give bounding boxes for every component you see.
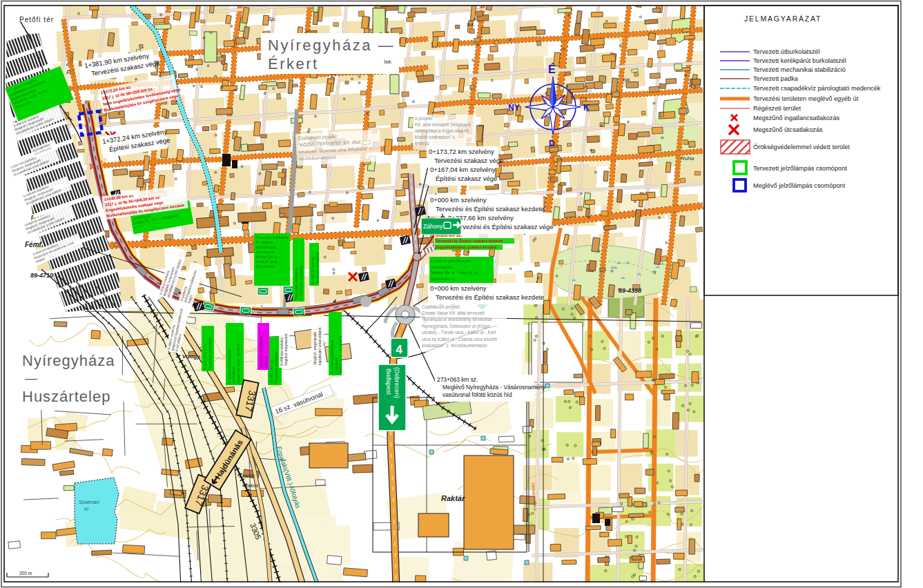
svg-text:0+000 km szelvény: 0+000 km szelvény — [430, 196, 487, 204]
svg-text:273+063 km sz.: 273+063 km sz. — [437, 376, 478, 383]
svg-text:csomópont: csomópont — [231, 366, 235, 384]
svg-text:Tervezett csapadékvíz párologt: Tervezett csapadékvíz párologtató medenc… — [753, 85, 881, 92]
svg-text:Nyíregyháza —: Nyíregyháza — — [268, 37, 395, 54]
svg-text:Tervezett zöldtábla: Tervezett zöldtábla — [274, 351, 278, 384]
svg-text:Záhony: Záhony — [423, 223, 443, 230]
svg-text:csomópont: csomópont — [431, 264, 453, 269]
svg-text:0+498 km szelvény: 0+498 km szelvény — [280, 337, 284, 366]
svg-text:vasútvonal fölötti közúti híd: vasútvonal fölötti közúti híd — [443, 391, 512, 398]
svg-text:közötti szakaszon" c.: közötti szakaszon" c. — [415, 135, 456, 139]
svg-text:Meglévő, megmaradó: Meglévő, megmaradó — [284, 333, 288, 366]
svg-text:Tervezési szakasz vége: Tervezési szakasz vége — [434, 157, 503, 164]
svg-text:Isk.: Isk. — [384, 59, 392, 65]
svg-text:Meglévő, megmaradó: Meglévő, megmaradó — [313, 331, 317, 365]
svg-text:Debreceni u.: Debreceni u. — [431, 276, 456, 281]
svg-text:Nyíregyháza: Nyíregyháza — [22, 352, 115, 369]
svg-text:V. számú jelzőlámpás: V. számú jelzőlámpás — [227, 349, 231, 384]
svg-text:Deák F. utca -: Deák F. utca - — [256, 259, 280, 264]
svg-text:Budapest: Budapest — [385, 369, 392, 395]
svg-text:Tervezési és Építési szakasz k: Tervezési és Építési szakasz kezdete — [436, 238, 503, 243]
svg-text:Tervezett jelzőlámpás csomópon: Tervezett jelzőlámpás csomópont — [753, 165, 847, 172]
svg-text:csomópont: csomópont — [256, 250, 275, 254]
svg-text:55+953 km sz.: 55+953 km sz. — [269, 358, 273, 384]
svg-text:I. számú jelzőlámpás: I. számú jelzőlámpás — [431, 258, 472, 263]
svg-text:89-4710: 89-4710 — [30, 272, 53, 279]
svg-text:JELMAGYARÁZAT: JELMAGYARÁZAT — [744, 14, 822, 23]
svg-text:Nyíregyháza, Debreceni út (Kíg: Nyíregyháza, Debreceni út (Kígyó — [422, 324, 490, 329]
svg-text:0+4-00 km szelvény: 0+4-00 km szelvény — [299, 266, 303, 300]
svg-text:Csatlakozó projekt:: Csatlakozó projekt: — [422, 304, 460, 310]
svg-text:kapubejáró a bal oldalon: kapubejáró a bal oldalon — [318, 327, 322, 365]
svg-text:Építési szakasz vége: Építési szakasz vége — [436, 175, 497, 182]
svg-text:Tervezett zöldtábla: Tervezett zöldtábla — [256, 235, 289, 239]
svg-text:Régészeti terület: Régészeti terület — [753, 105, 801, 112]
svg-text:ó projekt:: ó projekt: — [415, 116, 434, 121]
svg-text:0+000 km szelvény: 0+000 km szelvény — [430, 284, 487, 292]
svg-text:Fémf.: Fémf. — [25, 241, 43, 248]
svg-text:200 m: 200 m — [19, 571, 32, 576]
svg-text:hálózat: hálózat — [264, 356, 268, 368]
svg-text:szakaszon" c. tervdokumentáció: szakaszon" c. tervdokumentáció — [422, 343, 487, 348]
svg-text:utca és Kállói út - Csárda utc: utca és Kállói út - Csárda utca közötti — [422, 337, 497, 342]
svg-text:IV. számú: IV. számú — [256, 240, 273, 244]
svg-text:Vízügy.: Vízügy. — [182, 353, 202, 360]
svg-text:Tervezett zöldtábla: Tervezett zöldtábla — [294, 267, 298, 300]
svg-text:NY: NY — [508, 103, 520, 112]
svg-text:(Debrecen): (Debrecen) — [394, 367, 400, 398]
svg-text:Tervezett zöldtábla: Tervezett zöldtábla — [208, 337, 212, 370]
svg-text:Tervezett mechanikai stabilizá: Tervezett mechanikai stabilizáció — [753, 66, 846, 73]
svg-text:Móricz Zs. u. - Váci M. u. -: Móricz Zs. u. - Váci M. u. - — [431, 270, 481, 275]
svg-text:Create Value Kft. által tervez: Create Value Kft. által tervezett — [422, 311, 485, 315]
svg-text:Örökségvédelemmel védett terül: Örökségvédelemmel védett terület — [753, 144, 850, 150]
svg-text:Tervezési és Építési szakasz k: Tervezési és Építési szakasz kezdete — [436, 293, 544, 301]
svg-text:Szarvas utca: Szarvas utca — [308, 208, 313, 235]
svg-text:Tervezett padka: Tervezett padka — [753, 75, 799, 82]
svg-text:Tervezett kerékpárút burkolats: Tervezett kerékpárút burkolatszél — [753, 57, 846, 64]
svg-text:Móricz Zs. u. -: Móricz Zs. u. - — [256, 255, 281, 259]
svg-text:É: É — [548, 63, 556, 75]
svg-text:jelzőlámpás: jelzőlámpás — [255, 245, 277, 249]
svg-text:Tervezési és Építési szakasz v: Tervezési és Építési szakasz vége — [454, 223, 554, 231]
svg-text:Szatmári: Szatmári — [79, 499, 99, 505]
svg-text:Raktár: Raktár — [441, 494, 465, 502]
svg-text:entáció: entáció — [415, 141, 429, 146]
svg-text:Szárító: Szárító — [238, 473, 255, 479]
svg-text:Kft. által tervezett Debreceni: Kft. által tervezett Debreceni — [415, 122, 470, 127]
svg-text:D: D — [549, 139, 555, 148]
svg-text:Tervezési és Építési szakasz k: Tervezési és Építési szakasz kezdete — [436, 205, 544, 213]
svg-text:tó: tó — [84, 506, 88, 512]
svg-text:89-4358: 89-4358 — [619, 287, 641, 294]
svg-text:0+(00,25 km sz.: 0+(00,25 km sz. — [203, 342, 207, 370]
svg-text:P.: P. — [66, 69, 71, 76]
svg-text:Móricz Zs. utca - Simai út: Móricz Zs. utca - Simai út — [236, 343, 240, 384]
svg-text:III. számú jelzőlámpás: III. számú jelzőlámpás — [330, 340, 334, 374]
svg-text:Tervezett útburkolatszél: Tervezett útburkolatszél — [753, 48, 820, 55]
svg-text:Engedélyköteles szakasz kezdet: Engedélyköteles szakasz kezdete — [436, 245, 497, 249]
svg-text:utcától) - Tünde utca - Kállói: utcától) - Tünde utca - Kállói út - Kert — [422, 330, 496, 335]
svg-text:Meglévő jelzőlámpás csomópont: Meglévő jelzőlámpás csomópont — [753, 182, 846, 189]
svg-text:Tervezési területen meglévő eg: Tervezési területen meglévő egyéb út — [753, 95, 859, 102]
svg-text:Isk.: Isk. — [623, 77, 631, 83]
svg-text:0+167,04 km szelvény: 0+167,04 km szelvény — [430, 166, 496, 173]
svg-text:Érkert: Érkert — [268, 55, 319, 72]
svg-text:"Kerékpáros létesítmény tervez: "Kerékpáros létesítmény tervezése — [422, 317, 492, 322]
svg-text:Ruha: Ruha — [681, 155, 694, 161]
svg-text:latfelújítása a Kígyó utca és: latfelújítása a Kígyó utca és — [415, 128, 469, 134]
svg-text:Sp.: Sp. — [268, 16, 276, 22]
svg-text:Tervezett térvilágítás: Tervezett térvilágítás — [259, 335, 263, 368]
svg-text:Megszűnő ingatlancsatlakozás: Megszűnő ingatlancsatlakozás — [753, 115, 840, 121]
svg-text:0+430,17 km sz.: 0+430,17 km sz. — [311, 255, 315, 284]
svg-text:K: K — [583, 103, 590, 112]
svg-text:—: — — [25, 371, 37, 385]
svg-text:csomópont: csomópont — [334, 357, 338, 374]
svg-text:Állomástér: Állomástér — [256, 264, 275, 268]
svg-text:Móricz Zs. u. - Szarvas u.: Móricz Zs. u. - Szarvas u. — [338, 335, 342, 374]
svg-text:Petőfi tér: Petőfi tér — [19, 16, 54, 23]
svg-text:Isk.: Isk. — [467, 21, 475, 28]
svg-text:Tervezett zöldtábla: Tervezett zöldtábla — [315, 251, 320, 284]
svg-text:Meglévő Nyíregyháza - Vásárosn: Meglévő Nyíregyháza - Vásárosnamény — [443, 384, 546, 391]
svg-text:4: 4 — [396, 343, 402, 356]
svg-text:Megszűnő útcsatlakozás: Megszűnő útcsatlakozás — [753, 126, 823, 133]
svg-text:Huszártelep: Huszártelep — [22, 388, 110, 405]
svg-text:Malom: Malom — [243, 482, 259, 489]
